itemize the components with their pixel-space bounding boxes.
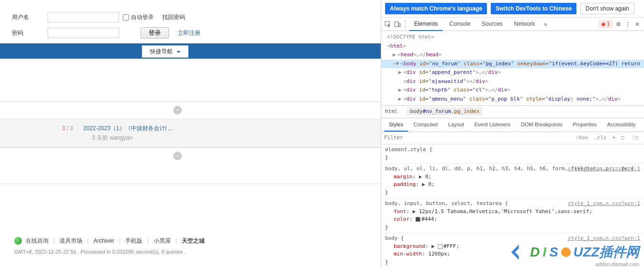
forum-page: 用户名 自动登录 找回密码 密码 登录 立即注册 快捷导航 − xyxy=(0,0,381,267)
footer-meta: GMT+8, 2022-12-25 22:50 , Processed in 0… xyxy=(14,248,367,256)
gear-icon[interactable]: ⚙ xyxy=(614,21,622,28)
tab-sources[interactable]: Sources xyxy=(477,18,507,31)
cls-toggle[interactable]: .cls xyxy=(594,134,607,142)
more-icon[interactable]: ⋮▢ xyxy=(630,134,638,142)
footer-link[interactable]: 手机版 xyxy=(125,236,142,245)
device-icon[interactable] xyxy=(394,21,401,28)
svg-rect-1 xyxy=(395,22,398,27)
post-title-link[interactable]: 2022-2023（1）《中级财务会计I ... xyxy=(83,125,173,132)
styles-pane[interactable]: element.style { } style_1_com…n.css?wzn:… xyxy=(381,144,644,267)
password-label: 密码 xyxy=(12,29,48,37)
footer-link[interactable]: Archiver xyxy=(93,236,114,245)
devtools-banner: Always match Chrome's language Switch De… xyxy=(381,0,644,18)
subtab-event[interactable]: Event Listeners xyxy=(470,118,515,132)
collapse-icon[interactable]: − xyxy=(173,106,182,114)
styles-subtabs: Styles Computed Layout Event Listeners D… xyxy=(381,118,644,133)
inspect-icon[interactable] xyxy=(384,21,392,28)
login-form: 用户名 自动登录 找回密码 密码 登录 立即注册 xyxy=(0,0,381,39)
online-icon xyxy=(14,237,22,245)
svg-rect-2 xyxy=(399,23,400,27)
source-link[interactable]: style_1_com…n.css?wzn:1 xyxy=(568,235,640,243)
footer-link[interactable]: 道具市场 xyxy=(59,236,82,245)
tab-network[interactable]: Network xyxy=(509,18,540,31)
filter-input[interactable] xyxy=(384,134,573,142)
username-input[interactable] xyxy=(48,12,119,22)
breadcrumb[interactable]: html body#nv_forum.pg_index xyxy=(381,105,644,118)
device-icon[interactable]: ▢ xyxy=(621,134,624,142)
password-input[interactable] xyxy=(48,28,119,38)
forgot-password-link[interactable]: 找回密码 xyxy=(162,13,185,21)
subtab-layout[interactable]: Layout xyxy=(444,118,469,132)
new-rule-icon[interactable]: + xyxy=(612,134,615,142)
auto-login-box[interactable] xyxy=(123,14,129,21)
hov-toggle[interactable]: :hov xyxy=(575,134,588,142)
forum-post-row: 3 / 3 2022-2023（1）《中级财务会计I ... 3 天前 wang… xyxy=(0,119,381,147)
username-label: 用户名 xyxy=(12,13,48,21)
subtab-dom[interactable]: DOM Breakpoints xyxy=(516,118,567,132)
subtab-computed[interactable]: Computed xyxy=(409,118,443,132)
more-tabs-icon[interactable]: » xyxy=(542,21,549,28)
forum-section-2: − xyxy=(0,147,381,164)
source-link[interactable]: style_1_com…n.css?wzn:1 xyxy=(568,165,640,173)
dont-show-button[interactable]: Don't show again xyxy=(580,3,634,14)
match-language-button[interactable]: Always match Chrome's language xyxy=(385,3,487,14)
post-count: 3 / 3 xyxy=(62,124,73,133)
collapse-icon[interactable]: − xyxy=(173,152,182,160)
footer: 在线咨询 | 道具市场 | Archiver | 手机版 | 小黑屋 | 天空之… xyxy=(0,232,381,261)
tab-console[interactable]: Console xyxy=(445,18,475,31)
footer-links: 在线咨询 | 道具市场 | Archiver | 手机版 | 小黑屋 | 天空之… xyxy=(14,236,367,245)
footer-link[interactable]: 天空之城 xyxy=(182,236,205,245)
forum-section: − xyxy=(0,102,381,119)
quick-nav-button[interactable]: 快捷导航 xyxy=(142,45,188,58)
online-consult-link[interactable]: 在线咨询 xyxy=(26,236,49,245)
kebab-icon[interactable]: ⋮ xyxy=(624,21,632,28)
switch-chinese-button[interactable]: Switch DevTools to Chinese xyxy=(491,3,576,14)
footer-link[interactable]: 小黑屋 xyxy=(154,236,171,245)
tab-elements[interactable]: Elements xyxy=(409,18,443,31)
divider xyxy=(0,184,381,184)
styles-filter-bar: :hov .cls + ▢ ⋮▢ xyxy=(381,132,644,144)
login-button[interactable]: 登录 xyxy=(140,27,169,39)
auto-login-checkbox[interactable]: 自动登录 xyxy=(123,13,154,21)
selected-dom-node[interactable]: ⋯▼<body id="nv_forum" class="pg_index" o… xyxy=(381,60,644,69)
register-link[interactable]: 立即注册 xyxy=(178,29,200,37)
post-meta: 3 天前 wangyan xyxy=(92,134,381,142)
source-link[interactable]: style_1_com…n.css?wzn:1 xyxy=(568,200,640,208)
subtab-props[interactable]: Properties xyxy=(568,118,601,132)
devtools-toolbar: Elements Console Sources Network » ◉ 1 ⚙… xyxy=(381,18,644,31)
subtab-styles[interactable]: Styles xyxy=(384,118,408,132)
caret-down-icon xyxy=(177,51,180,53)
nav-bar: 快捷导航 xyxy=(0,43,381,59)
error-badge[interactable]: ◉ 1 xyxy=(598,20,613,28)
close-icon[interactable]: ✕ xyxy=(634,21,641,28)
subtab-acc[interactable]: Accessibility xyxy=(603,118,641,132)
dom-tree[interactable]: <!DOCTYPE html> <html> ▶<head>…</head> ⋯… xyxy=(381,31,644,105)
devtools-panel: Always match Chrome's language Switch De… xyxy=(381,0,644,267)
